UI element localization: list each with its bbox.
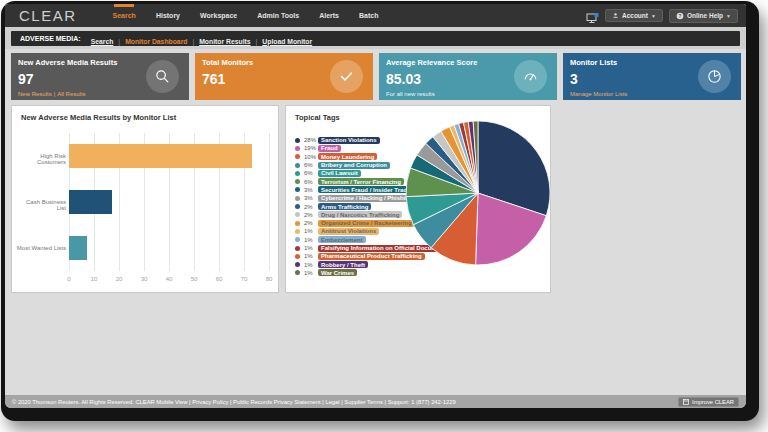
legend-label-chip: Bribery and Corruption <box>318 162 390 169</box>
topnav-item-admin-tools[interactable]: Admin Tools <box>247 4 309 27</box>
legend-dot <box>295 262 300 267</box>
legend-dot <box>295 254 300 259</box>
chevron-down-icon: ▼ <box>651 13 656 19</box>
subnav-link-search[interactable]: Search <box>91 38 114 45</box>
legend-percent: 1% <box>304 253 318 259</box>
legend-label-chip: Money Laundering <box>318 153 377 160</box>
legend-percent: 6% <box>304 179 318 185</box>
legend-label-chip: Organized Crime / Racketeering <box>318 220 415 227</box>
card-icon-circle <box>330 60 363 93</box>
subnav-separator: | <box>256 38 258 45</box>
card-link-all-results[interactable]: All Results <box>57 91 85 97</box>
mobile-device-notification-icon[interactable] <box>586 10 599 21</box>
online-help-button[interactable]: ? Online Help ▼ <box>669 9 738 23</box>
legend-dot <box>295 187 300 192</box>
topnav-item-batch[interactable]: Batch <box>349 4 388 27</box>
legend-label-chip: War Crimes <box>318 269 357 276</box>
legend-label-chip: Arms Trafficking <box>318 203 371 210</box>
chevron-down-icon: ▼ <box>726 13 731 19</box>
legend-percent: 28% <box>304 137 318 143</box>
topnav-item-search[interactable]: Search <box>103 4 146 27</box>
account-button[interactable]: Account ▼ <box>605 9 663 22</box>
gridline <box>269 133 270 271</box>
help-icon: ? <box>676 12 684 20</box>
x-tick-label: 0 <box>67 276 70 282</box>
subnav-section-label: ADVERSE MEDIA: <box>20 35 81 42</box>
bar-chart-plot <box>69 133 269 271</box>
check-icon <box>338 68 355 85</box>
legend-item: 1%War Crimes <box>295 269 452 277</box>
x-tick-label: 70 <box>241 276 248 282</box>
topnav-item-alerts[interactable]: Alerts <box>309 4 349 27</box>
subnav-link-monitor-results[interactable]: Monitor Results <box>199 38 250 45</box>
bar-category-label: Most Wanted Lists <box>16 245 66 251</box>
legend-dot <box>295 196 300 201</box>
x-tick-label: 50 <box>191 276 198 282</box>
improve-clear-label: Improve CLEAR <box>692 399 734 405</box>
top-navigation: CLEAR SearchHistoryWorkspaceAdmin ToolsA… <box>5 4 746 27</box>
legend-dot <box>295 229 300 234</box>
legend-label-chip: Antitrust Violations <box>318 228 379 235</box>
topnav-right: Account ▼ ? Online Help ▼ <box>586 9 738 23</box>
subnav-link-monitor-dashboard[interactable]: Monitor Dashboard <box>125 38 187 45</box>
legend-dot <box>295 138 300 143</box>
bar-cash-business-list[interactable] <box>69 190 112 214</box>
footer-link-support-1-877-242-1229[interactable]: Support: 1 (877) 242-1229 <box>388 399 456 405</box>
stat-card-total-monitors: Total Monitors761 <box>195 53 373 100</box>
legend-dot <box>295 204 300 209</box>
x-tick-label: 60 <box>216 276 223 282</box>
card-link-manage-monitor-lists[interactable]: Manage Monitor Lists <box>570 91 627 97</box>
legend-percent: 2% <box>304 220 318 226</box>
card-icon-circle <box>698 60 731 93</box>
legend-percent: 3% <box>304 195 318 201</box>
topnav-item-history[interactable]: History <box>146 4 190 27</box>
bar-high-risk-customers[interactable] <box>69 144 252 168</box>
gauge-icon <box>522 68 539 85</box>
stat-cards-row: New Adverse Media Results97New Results|A… <box>5 49 746 100</box>
x-tick-label: 30 <box>141 276 148 282</box>
card-link-new-results[interactable]: New Results <box>18 91 52 97</box>
svg-text:?: ? <box>678 13 681 18</box>
bar-chart-title: New Adverse Media Results by Monitor Lis… <box>12 106 278 122</box>
account-button-label: Account <box>622 12 648 19</box>
legend-percent: 3% <box>304 187 318 193</box>
footer-link-public-records-privacy-statement[interactable]: Public Records Privacy Statement <box>233 399 321 405</box>
person-icon <box>612 12 619 19</box>
online-help-button-label: Online Help <box>687 12 723 19</box>
legend-label-chip: Embezzlement <box>318 236 366 243</box>
bar-category-label: Cash Business List <box>16 199 66 211</box>
legend-percent: 2% <box>304 212 318 218</box>
legend-label-chip: Robbery / Theft <box>318 261 368 268</box>
legend-label-chip: Fraud <box>318 145 341 152</box>
legend-percent: 1% <box>304 262 318 268</box>
search-icon <box>154 68 171 85</box>
legend-dot <box>295 212 300 217</box>
subnav-wrap: ADVERSE MEDIA: Search|Monitor Dashboard|… <box>5 27 746 49</box>
footer-link-clear-mobile-view[interactable]: CLEAR Mobile View <box>135 399 187 405</box>
legend-dot <box>295 171 300 176</box>
stat-card-average-relevance-score: Average Relevance Score85.03For all new … <box>379 53 557 100</box>
footer-text: © 2020 Thomson Reuters. All Rights Reser… <box>12 399 456 405</box>
stat-card-monitor-lists: Monitor Lists3Manage Monitor Lists <box>563 53 741 100</box>
footer-link-privacy-policy[interactable]: Privacy Policy <box>192 399 228 405</box>
topnav-item-workspace[interactable]: Workspace <box>190 4 247 27</box>
footer-link-legal[interactable]: Legal <box>325 399 339 405</box>
footer: © 2020 Thomson Reuters. All Rights Reser… <box>5 395 746 408</box>
footer-link-supplier-terms[interactable]: Supplier Terms <box>344 399 383 405</box>
legend-dot <box>295 221 300 226</box>
bar-most-wanted-lists[interactable] <box>69 236 87 260</box>
improve-clear-button[interactable]: Improve CLEAR <box>678 397 739 407</box>
subnav-separator: | <box>118 38 120 45</box>
subnav-link-upload-monitor[interactable]: Upload Monitor <box>262 38 312 45</box>
legend-dot <box>295 163 300 168</box>
card-icon-circle <box>146 60 179 93</box>
app-screen: CLEAR SearchHistoryWorkspaceAdmin ToolsA… <box>5 4 746 408</box>
improve-clear-icon <box>683 399 689 405</box>
legend-dot <box>295 146 300 151</box>
topnav-menu: SearchHistoryWorkspaceAdmin ToolsAlertsB… <box>103 4 389 27</box>
bar-category-label: High Risk Customers <box>16 153 66 165</box>
card-icon-circle <box>514 60 547 93</box>
x-tick-label: 10 <box>91 276 98 282</box>
clear-logo: CLEAR <box>19 7 77 24</box>
adverse-media-subnav: ADVERSE MEDIA: Search|Monitor Dashboard|… <box>11 31 740 46</box>
